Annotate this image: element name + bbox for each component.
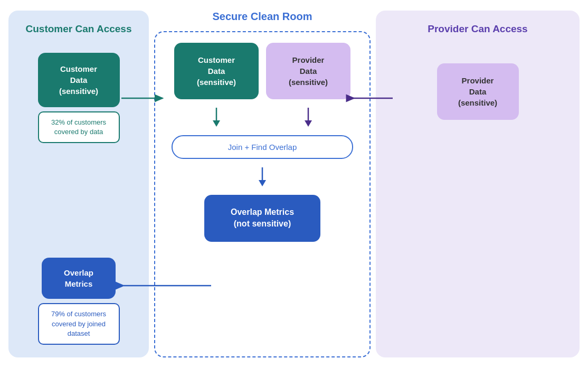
customer-top-section: Customer Data (sensitive) 32% of custome… xyxy=(16,53,141,143)
diagram-container: Customer Can Access Customer Data (sensi… xyxy=(0,0,588,368)
provider-panel-title: Provider Can Access xyxy=(428,23,527,35)
svg-marker-5 xyxy=(259,180,266,186)
purple-down-arrow-icon xyxy=(302,108,315,127)
cleanroom-dashed-border: Customer Data (sensitive) Provider Data … xyxy=(154,31,371,357)
blue-down-arrow-icon xyxy=(256,167,269,186)
customer-panel-title: Customer Can Access xyxy=(26,23,132,35)
teal-down-arrow-wrap xyxy=(174,108,259,127)
provider-data-box-wrap: Provider Data (sensitive) xyxy=(437,63,519,120)
customer-overlap-stat: 79% of customers covered by joined datas… xyxy=(38,303,120,345)
cleanroom-customer-data: Customer Data (sensitive) xyxy=(174,43,259,99)
customer-bottom-section: Overlap Metrics 79% of customers covered… xyxy=(16,258,141,345)
svg-marker-1 xyxy=(213,120,220,127)
teal-down-arrow-icon xyxy=(210,108,223,127)
purple-down-arrow-wrap xyxy=(266,108,350,127)
cleanroom-provider-data: Provider Data (sensitive) xyxy=(266,43,350,99)
join-overlap-box: Join + Find Overlap xyxy=(172,135,353,159)
svg-marker-3 xyxy=(305,120,312,127)
provider-panel: Provider Can Access Provider Data (sensi… xyxy=(376,11,580,357)
customer-stat-box: 32% of customers covered by data xyxy=(38,111,120,143)
cleanroom-top-row: Customer Data (sensitive) Provider Data … xyxy=(162,43,363,99)
cleanroom-panel: Secure Clean Room Customer Data (sensiti… xyxy=(149,11,376,357)
cleanroom-title: Secure Clean Room xyxy=(213,11,312,23)
blue-down-arrow-wrap xyxy=(162,167,363,186)
arrows-to-join xyxy=(162,108,363,127)
customer-overlap-box: Overlap Metrics xyxy=(42,258,116,299)
customer-panel: Customer Can Access Customer Data (sensi… xyxy=(8,11,149,357)
customer-data-box: Customer Data (sensitive) xyxy=(38,53,120,107)
provider-data-box: Provider Data (sensitive) xyxy=(437,63,519,120)
overlap-metrics-box: Overlap Metrics (not sensitive) xyxy=(204,195,320,242)
